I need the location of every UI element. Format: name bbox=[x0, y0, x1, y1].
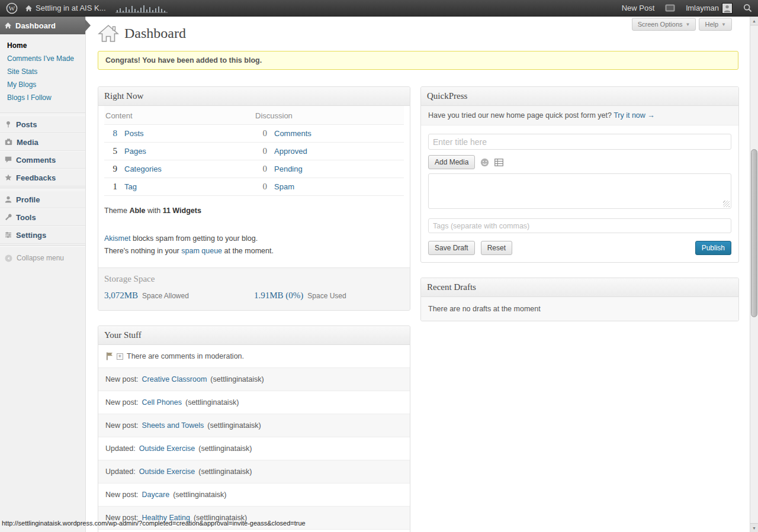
sidebar-item-comments[interactable]: Comments bbox=[0, 151, 85, 169]
screen-options-button[interactable]: Screen Options ▼ bbox=[632, 18, 696, 31]
tags-count[interactable]: 1 bbox=[104, 182, 117, 192]
pages-link[interactable]: Pages bbox=[124, 147, 146, 156]
new-post-button[interactable]: New Post bbox=[622, 4, 655, 12]
activity-row: New post: Creative Classroom (settlingin… bbox=[98, 368, 410, 391]
menu-separator bbox=[0, 188, 85, 189]
admin-bar: W Settling in at AIS K... New Post bbox=[0, 0, 758, 17]
approved-link[interactable]: Approved bbox=[274, 147, 307, 156]
kitchen-sink-icon[interactable] bbox=[494, 159, 503, 166]
right-now-module: Right Now Content 8 Posts 5 Pages bbox=[98, 86, 410, 311]
post-link[interactable]: Cell Phones bbox=[142, 398, 182, 407]
recent-drafts-empty: There are no drafts at the moment bbox=[421, 297, 738, 321]
right-now-row-tags: 1 Tag bbox=[104, 178, 254, 196]
sidebar-item-my-blogs[interactable]: My Blogs bbox=[7, 78, 85, 91]
storage-used-value[interactable]: 1.91MB (0%) bbox=[254, 291, 303, 301]
expand-icon[interactable]: + bbox=[117, 353, 123, 360]
your-stuff-title[interactable]: Your Stuff bbox=[98, 326, 410, 345]
spam-queue-link[interactable]: spam queue bbox=[181, 247, 222, 255]
menu-label: Tools bbox=[16, 213, 36, 222]
vertical-scrollbar[interactable]: ▲ ▼ bbox=[750, 17, 758, 532]
tags-link[interactable]: Tag bbox=[124, 182, 137, 191]
pending-count[interactable]: 0 bbox=[254, 164, 267, 174]
save-draft-button[interactable]: Save Draft bbox=[428, 241, 475, 255]
sidebar-item-comments-ive-made[interactable]: Comments I've Made bbox=[7, 52, 85, 65]
scroll-up-arrow[interactable]: ▲ bbox=[750, 17, 758, 25]
collapse-menu-button[interactable]: Collapse menu bbox=[0, 250, 85, 266]
post-link[interactable]: Healthy Eating bbox=[142, 514, 190, 522]
activity-row: Updated: Outside Exercise (settlinginata… bbox=[98, 437, 410, 460]
sidebar-item-tools[interactable]: Tools bbox=[0, 208, 85, 226]
sidebar-item-dashboard[interactable]: Dashboard bbox=[0, 17, 85, 34]
moderation-text[interactable]: There are comments in moderation. bbox=[127, 352, 244, 360]
posts-count[interactable]: 8 bbox=[104, 128, 117, 138]
emoticon-icon[interactable] bbox=[480, 158, 489, 167]
comments-link[interactable]: Comments bbox=[274, 129, 311, 138]
post-link[interactable]: Daycare bbox=[142, 491, 170, 499]
post-link[interactable]: Outside Exercise bbox=[139, 467, 195, 476]
posts-link[interactable]: Posts bbox=[124, 129, 144, 138]
sidebar-item-media[interactable]: Media bbox=[0, 133, 85, 151]
spam-link[interactable]: Spam bbox=[274, 182, 294, 191]
resize-grip[interactable] bbox=[723, 201, 730, 207]
right-now-row-categories: 9 Categories bbox=[104, 160, 254, 178]
pending-link[interactable]: Pending bbox=[274, 165, 303, 173]
reset-button[interactable]: Reset bbox=[481, 241, 512, 255]
notice-banner: Congrats! You have been added to this bl… bbox=[98, 51, 738, 70]
flag-icon bbox=[105, 352, 113, 360]
theme-summary: Theme Able with 11 Widgets bbox=[98, 196, 410, 217]
discussion-header: Discussion bbox=[254, 106, 404, 125]
scrollbar-thumb[interactable] bbox=[751, 149, 757, 317]
quickpress-title[interactable]: QuickPress bbox=[421, 87, 738, 106]
quickpress-form: Add Media bbox=[421, 125, 738, 262]
categories-link[interactable]: Categories bbox=[124, 165, 162, 173]
user-menu[interactable]: lmlayman bbox=[686, 3, 733, 14]
post-link[interactable]: Sheets and Towels bbox=[142, 421, 204, 430]
sidebar-item-posts[interactable]: Posts bbox=[0, 115, 85, 133]
try-it-now-link[interactable]: Try it now → bbox=[614, 111, 655, 120]
sidebar-item-feedbacks[interactable]: Feedbacks bbox=[0, 169, 85, 186]
help-button[interactable]: Help ▼ bbox=[699, 18, 732, 31]
comments-count[interactable]: 0 bbox=[254, 128, 267, 138]
blog-name-menu[interactable]: Settling in at AIS K... bbox=[25, 4, 106, 12]
stats-sparkline[interactable] bbox=[115, 4, 168, 13]
tags-input[interactable] bbox=[428, 218, 731, 233]
activity-row: New post: Balconies and BBQs (settlingin… bbox=[98, 530, 410, 532]
right-now-row-pending: 0 Pending bbox=[254, 160, 404, 178]
sidebar-item-home[interactable]: Home bbox=[7, 39, 85, 52]
recent-drafts-title[interactable]: Recent Drafts bbox=[421, 278, 738, 297]
categories-count[interactable]: 9 bbox=[104, 164, 117, 174]
scroll-down-arrow[interactable]: ▼ bbox=[750, 523, 758, 532]
akismet-summary: Akismet blocks spam from getting to your… bbox=[98, 217, 410, 267]
row-prefix: Updated: bbox=[105, 467, 136, 476]
notifications-icon[interactable] bbox=[665, 4, 675, 12]
recent-drafts-module: Recent Drafts There are no drafts at the… bbox=[420, 278, 739, 321]
post-link[interactable]: Outside Exercise bbox=[139, 444, 195, 453]
approved-count[interactable]: 0 bbox=[254, 146, 267, 156]
add-media-button[interactable]: Add Media bbox=[428, 155, 475, 169]
sidebar-item-site-stats[interactable]: Site Stats bbox=[7, 65, 85, 78]
dashboard-submenu: Home Comments I've Made Site Stats My Bl… bbox=[0, 34, 85, 111]
notice-text: Congrats! You have been added to this bl… bbox=[105, 56, 262, 65]
spam-count[interactable]: 0 bbox=[254, 182, 267, 192]
sidebar-item-settings[interactable]: Settings bbox=[0, 226, 85, 244]
profile-icon bbox=[5, 196, 12, 203]
storage-allowed-value[interactable]: 3,072MB bbox=[104, 291, 138, 301]
sidebar-item-profile[interactable]: Profile bbox=[0, 191, 85, 208]
wordpress-logo[interactable]: W bbox=[6, 2, 18, 14]
theme-middle: with bbox=[147, 207, 160, 215]
svg-text:W: W bbox=[9, 5, 15, 12]
right-now-title[interactable]: Right Now bbox=[98, 87, 410, 106]
sidebar-item-blogs-i-follow[interactable]: Blogs I Follow bbox=[7, 91, 85, 104]
publish-button[interactable]: Publish bbox=[695, 241, 731, 255]
menu-label: Feedbacks bbox=[16, 173, 56, 182]
pages-count[interactable]: 5 bbox=[104, 146, 117, 156]
post-link[interactable]: Creative Classroom bbox=[142, 375, 207, 383]
akismet-link[interactable]: Akismet bbox=[104, 234, 130, 243]
widgets-count[interactable]: 11 Widgets bbox=[163, 207, 201, 215]
storage-used-label: Space Used bbox=[307, 292, 346, 300]
row-prefix: New post: bbox=[105, 398, 139, 407]
post-content-textarea[interactable] bbox=[428, 173, 731, 209]
search-icon[interactable] bbox=[743, 4, 752, 12]
dashboard-home-icon bbox=[4, 22, 12, 29]
post-title-input[interactable] bbox=[428, 134, 731, 150]
